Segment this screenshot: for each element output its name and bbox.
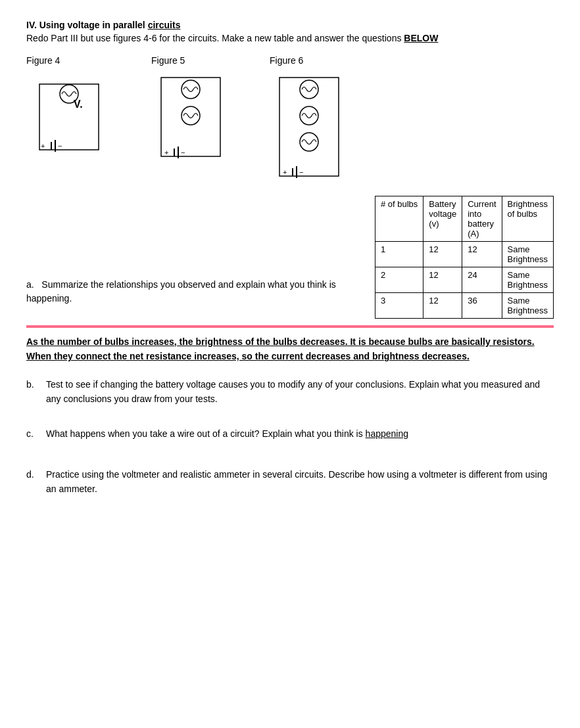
svg-rect-13 bbox=[279, 78, 339, 176]
intro-underline: BELOW bbox=[404, 33, 438, 43]
svg-point-14 bbox=[300, 80, 318, 99]
question-b-label: b. bbox=[26, 377, 38, 407]
question-b: b. Test to see if changing the battery v… bbox=[26, 377, 554, 407]
row3-bulbs: 3 bbox=[375, 293, 423, 319]
question-a: a. Summarize the relationships you obser… bbox=[26, 278, 355, 306]
figure-4-circuit: + − bbox=[26, 71, 112, 156]
row3-voltage: 12 bbox=[423, 293, 462, 319]
intro-body: Redo Part III but use figures 4-6 for th… bbox=[26, 33, 404, 43]
row2-voltage: 12 bbox=[423, 267, 462, 293]
table-row: 2 12 24 SameBrightness bbox=[375, 267, 553, 293]
row1-brightness: SameBrightness bbox=[502, 242, 553, 267]
svg-text:−: − bbox=[181, 148, 185, 156]
row1-bulbs: 1 bbox=[375, 242, 423, 267]
row2-brightness: SameBrightness bbox=[502, 267, 553, 293]
question-c-body: What happens when you take a wire out of… bbox=[46, 426, 408, 441]
title-text: IV. Using voltage in parallel bbox=[26, 20, 148, 30]
figure-4-block: Figure 4 + − V. bbox=[26, 55, 112, 156]
col-voltage: Batteryvoltage(v) bbox=[423, 196, 462, 242]
svg-rect-0 bbox=[39, 84, 99, 150]
svg-text:+: + bbox=[164, 148, 168, 156]
col-current: Currentintobattery(A) bbox=[462, 196, 502, 242]
svg-text:−: − bbox=[58, 142, 62, 150]
question-d-label: d. bbox=[26, 467, 38, 497]
question-d: d. Practice using the voltmeter and real… bbox=[26, 467, 554, 497]
row3-current: 36 bbox=[462, 293, 502, 319]
figure-5-label: Figure 5 bbox=[151, 55, 185, 66]
svg-text:+: + bbox=[41, 142, 45, 150]
table-and-questions: a. Summarize the relationships you obser… bbox=[26, 196, 554, 319]
question-c: c. What happens when you take a wire out… bbox=[26, 426, 554, 441]
svg-text:−: − bbox=[299, 168, 303, 176]
answer-a-text: As the number of bulbs increases, the br… bbox=[26, 336, 535, 361]
data-table: # of bulbs Batteryvoltage(v) Currentinto… bbox=[375, 196, 554, 319]
row3-brightness: SameBrightness bbox=[502, 293, 553, 319]
question-b-text: Test to see if changing the battery volt… bbox=[46, 377, 554, 407]
figure-6-circuit: + − bbox=[270, 71, 349, 183]
figure-5-block: Figure 5 + − bbox=[151, 55, 230, 163]
question-c-underline: happening bbox=[366, 428, 408, 439]
figure-4-v-label: V. bbox=[74, 99, 83, 110]
question-a-label: a. bbox=[26, 279, 34, 290]
figure-5-circuit: + − bbox=[151, 71, 230, 163]
question-a-text: Summarize the relationships you observed… bbox=[26, 279, 336, 304]
section-title: IV. Using voltage in parallel circuits bbox=[26, 20, 554, 30]
question-c-label: c. bbox=[26, 426, 38, 441]
intro-text: Redo Part III but use figures 4-6 for th… bbox=[26, 33, 554, 43]
table-row: 3 12 36 SameBrightness bbox=[375, 293, 553, 319]
col-brightness: Brightnessof bulbs bbox=[502, 196, 553, 242]
row2-bulbs: 2 bbox=[375, 267, 423, 293]
table-row: 1 12 12 SameBrightness bbox=[375, 242, 553, 267]
question-d-text: Practice using the voltmeter and realist… bbox=[46, 467, 554, 497]
title-underline: circuits bbox=[148, 20, 181, 30]
answer-a: As the number of bulbs increases, the br… bbox=[26, 334, 554, 364]
row2-current: 24 bbox=[462, 267, 502, 293]
row1-current: 12 bbox=[462, 242, 502, 267]
figure-4-label: Figure 4 bbox=[26, 55, 60, 66]
figures-row: Figure 4 + − V. Figure 5 bbox=[26, 55, 554, 183]
pink-divider bbox=[26, 325, 554, 328]
svg-text:+: + bbox=[283, 168, 287, 176]
questions-col: a. Summarize the relationships you obser… bbox=[26, 196, 355, 319]
figure-6-block: Figure 6 + − bbox=[270, 55, 349, 183]
figure-6-label: Figure 6 bbox=[270, 55, 303, 66]
question-c-text: What happens when you take a wire out of… bbox=[46, 428, 366, 439]
svg-point-8 bbox=[181, 106, 200, 125]
table-col: # of bulbs Batteryvoltage(v) Currentinto… bbox=[375, 196, 554, 319]
svg-point-15 bbox=[300, 106, 318, 125]
col-bulbs: # of bulbs bbox=[375, 196, 423, 242]
svg-point-16 bbox=[300, 133, 318, 151]
svg-point-7 bbox=[181, 80, 200, 99]
row1-voltage: 12 bbox=[423, 242, 462, 267]
svg-rect-6 bbox=[161, 78, 220, 156]
